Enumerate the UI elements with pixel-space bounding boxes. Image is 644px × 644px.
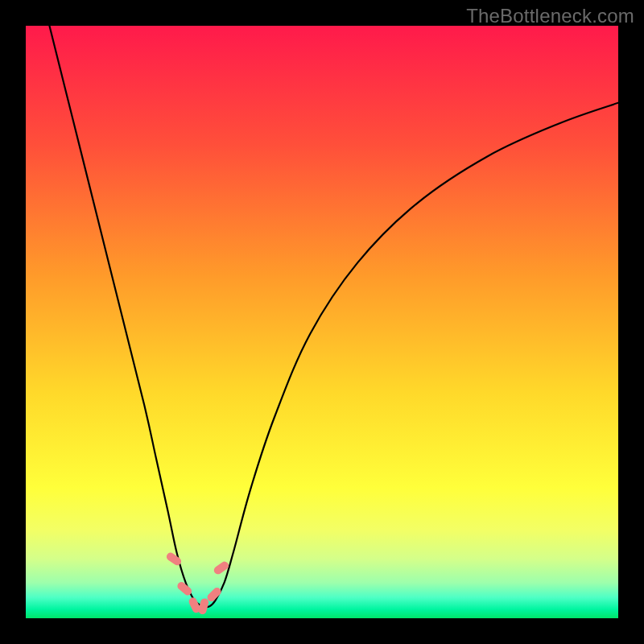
chart-frame: TheBottleneck.com <box>0 0 644 644</box>
gradient-background <box>26 26 618 618</box>
bottleneck-curve-chart <box>26 26 618 618</box>
watermark-text: TheBottleneck.com <box>466 5 634 27</box>
plot-area <box>26 26 618 618</box>
